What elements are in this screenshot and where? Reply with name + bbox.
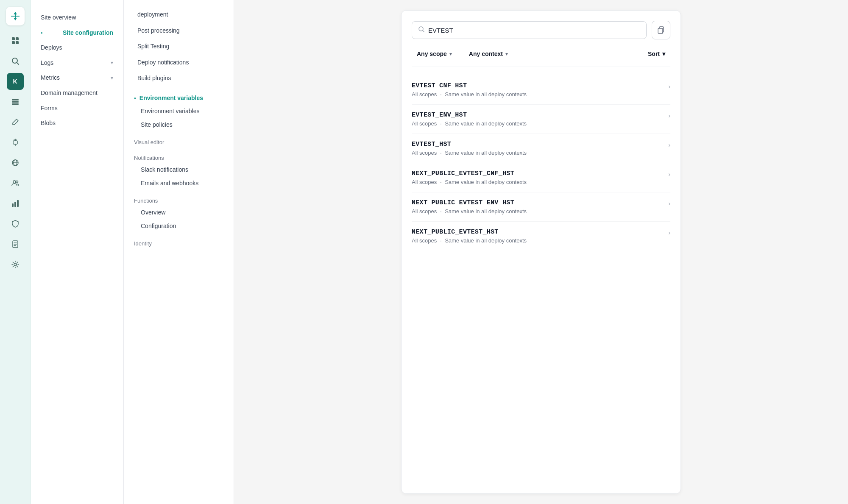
sub-nav-split-testing[interactable]: Split Testing [124, 39, 234, 55]
stack-icon[interactable] [7, 93, 24, 110]
search-input-wrap [412, 21, 647, 39]
env-row-expand-icon[interactable]: › [668, 112, 670, 119]
sidebar-item-forms[interactable]: Forms [31, 101, 123, 116]
svg-point-24 [14, 263, 17, 266]
sub-nav-environment-variables[interactable]: Environment variables [124, 104, 234, 118]
grid-icon[interactable] [7, 32, 24, 49]
table-row[interactable]: NEXT_PUBLIC_EVTEST_HST All scopes · Same… [412, 222, 670, 251]
env-var-meta: All scopes · Same value in all deploy co… [412, 91, 527, 97]
search-bar [412, 21, 670, 39]
svg-rect-2 [12, 37, 15, 40]
sub-nav-configuration[interactable]: Configuration [124, 219, 234, 233]
sidebar-item-metrics[interactable]: Metrics ▾ [31, 70, 123, 86]
sidebar-item-site-configuration[interactable]: Site configuration [31, 25, 123, 41]
filter-bar: Any scope ▾ Any context ▾ Sort ▾ [412, 48, 670, 67]
env-row-expand-icon[interactable]: › [668, 200, 670, 207]
svg-point-16 [16, 181, 18, 183]
env-row-expand-icon[interactable]: › [668, 142, 670, 148]
sub-nav-build-plugins[interactable]: Build plugins [124, 70, 234, 86]
sidebar-item-blobs[interactable]: Blobs [31, 116, 123, 131]
icon-sidebar: K [0, 0, 31, 504]
svg-line-7 [17, 63, 19, 65]
metrics-chevron-icon: ▾ [111, 75, 113, 82]
svg-rect-9 [12, 101, 19, 103]
env-row-expand-icon[interactable]: › [668, 83, 670, 90]
env-var-meta: All scopes · Same value in all deploy co… [412, 120, 527, 127]
table-row[interactable]: NEXT_PUBLIC_EVTEST_ENV_HST All scopes · … [412, 192, 670, 222]
env-var-name: EVTEST_CNF_HST [412, 82, 527, 89]
search-icon [418, 26, 425, 34]
env-var-name: EVTEST_HST [412, 141, 527, 148]
sub-nav-overview[interactable]: Overview [124, 206, 234, 219]
sort-button[interactable]: Sort ▾ [643, 48, 670, 60]
chart-icon[interactable] [7, 195, 24, 212]
visual-editor-section-header[interactable]: Visual editor [124, 135, 234, 147]
env-row-expand-icon[interactable]: › [668, 229, 670, 236]
nav-sidebar: Site overview Site configuration Deploys… [31, 0, 124, 504]
avatar-icon[interactable]: K [7, 73, 24, 90]
logo[interactable] [6, 7, 25, 25]
sub-nav-deployment[interactable]: deployment [124, 7, 234, 23]
env-var-name: NEXT_PUBLIC_EVTEST_HST [412, 228, 527, 236]
scope-filter-button[interactable]: Any scope ▾ [412, 48, 457, 60]
svg-point-15 [13, 181, 16, 183]
svg-rect-19 [17, 200, 19, 207]
env-var-scope: All scopes [412, 237, 437, 244]
svg-rect-8 [12, 99, 19, 100]
env-var-scope: All scopes [412, 91, 437, 97]
env-var-scope: All scopes [412, 208, 437, 214]
search-icon[interactable] [7, 53, 24, 70]
copy-button[interactable] [652, 21, 670, 39]
table-row[interactable]: EVTEST_ENV_HST All scopes · Same value i… [412, 105, 670, 134]
sidebar-item-deploys[interactable]: Deploys [31, 40, 123, 56]
env-vars-list: EVTEST_CNF_HST All scopes · Same value i… [412, 75, 670, 251]
sub-nav-site-policies[interactable]: Site policies [124, 118, 234, 131]
context-filter-button[interactable]: Any context ▾ [464, 48, 513, 60]
sidebar-item-domain-management[interactable]: Domain management [31, 86, 123, 101]
env-var-name: EVTEST_ENV_HST [412, 111, 527, 119]
env-var-context: Same value in all deploy contexts [445, 237, 527, 244]
identity-section-header[interactable]: Identity [124, 236, 234, 248]
sub-nav-slack-notifications[interactable]: Slack notifications [124, 163, 234, 176]
svg-rect-4 [12, 41, 15, 44]
sub-nav-post-processing[interactable]: Post processing [124, 23, 234, 39]
env-row-expand-icon[interactable]: › [668, 171, 670, 178]
env-panel: Any scope ▾ Any context ▾ Sort ▾ EVTEST_… [401, 10, 681, 494]
sidebar-item-logs[interactable]: Logs ▾ [31, 56, 123, 71]
table-row[interactable]: EVTEST_HST All scopes · Same value in al… [412, 134, 670, 163]
svg-rect-27 [658, 28, 663, 33]
shield-icon[interactable] [7, 215, 24, 232]
sub-nav-emails-webhooks[interactable]: Emails and webhooks [124, 176, 234, 190]
env-var-context: Same value in all deploy contexts [445, 179, 527, 185]
sub-nav: deployment Post processing Split Testing… [124, 0, 234, 504]
globe-icon[interactable] [7, 154, 24, 171]
svg-rect-18 [14, 202, 16, 207]
env-var-scope: All scopes [412, 179, 437, 185]
people-icon[interactable] [7, 175, 24, 192]
search-input[interactable] [428, 27, 640, 34]
env-vars-section-header: Environment variables [124, 90, 234, 104]
env-var-scope: All scopes [412, 150, 437, 156]
table-row[interactable]: NEXT_PUBLIC_EVTEST_CNF_HST All scopes · … [412, 163, 670, 192]
sub-nav-env-vars-active[interactable]: Environment variables [134, 94, 223, 103]
env-var-name: NEXT_PUBLIC_EVTEST_CNF_HST [412, 170, 527, 177]
plug-icon[interactable] [7, 134, 24, 151]
logs-chevron-icon: ▾ [111, 59, 113, 67]
svg-line-26 [423, 31, 424, 32]
env-var-meta: All scopes · Same value in all deploy co… [412, 150, 527, 156]
doc-icon[interactable] [7, 236, 24, 253]
main-content: Any scope ▾ Any context ▾ Sort ▾ EVTEST_… [234, 0, 848, 504]
svg-rect-10 [12, 103, 19, 105]
env-var-context: Same value in all deploy contexts [445, 120, 527, 127]
functions-section-header: Functions [124, 193, 234, 206]
table-row[interactable]: EVTEST_CNF_HST All scopes · Same value i… [412, 75, 670, 105]
env-var-meta: All scopes · Same value in all deploy co… [412, 237, 527, 244]
env-var-context: Same value in all deploy contexts [445, 91, 527, 97]
pen-icon[interactable] [7, 114, 24, 131]
context-chevron-icon: ▾ [505, 51, 508, 57]
sidebar-item-site-overview[interactable]: Site overview [31, 10, 123, 25]
env-var-context: Same value in all deploy contexts [445, 150, 527, 156]
settings-icon[interactable] [7, 256, 24, 273]
scope-chevron-icon: ▾ [449, 51, 452, 57]
sub-nav-deploy-notifications[interactable]: Deploy notifications [124, 55, 234, 71]
